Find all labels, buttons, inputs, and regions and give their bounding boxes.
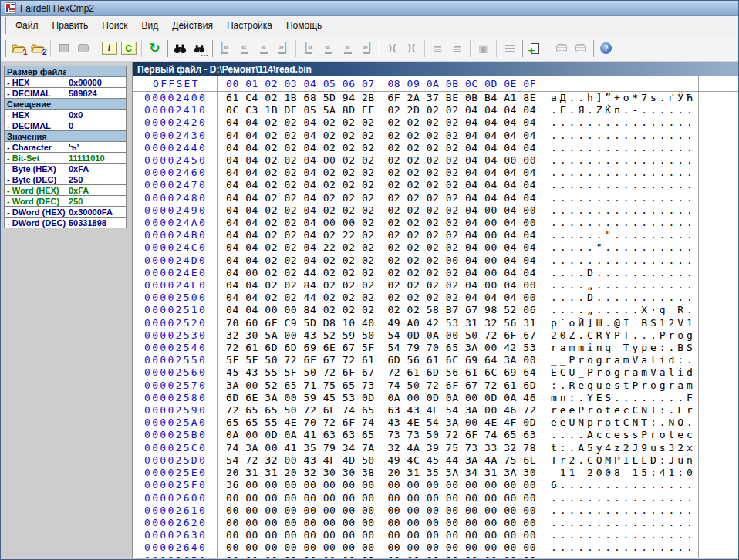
hex-row-ascii[interactable]: 6............... xyxy=(545,479,699,491)
hex-row-offset[interactable]: 00002490 xyxy=(133,204,218,217)
hex-row-ascii[interactable]: ................ xyxy=(545,504,699,517)
hex-row-bytes[interactable]: 04 04 00 00 84 02 02 02 02 02 58 B7 67 9… xyxy=(218,304,545,316)
hex-row-offset[interactable]: 00002540 xyxy=(133,342,218,354)
hex-row-bytes[interactable]: 04 04 02 02 84 02 02 02 02 02 02 02 04 0… xyxy=(218,279,545,292)
hex-row-offset[interactable]: 00002590 xyxy=(133,404,218,417)
hex-row-ascii[interactable]: ................ xyxy=(545,179,699,191)
hex-row-ascii[interactable]: eeUNprotCNT:.NO. xyxy=(545,417,699,429)
hex-row-ascii[interactable]: ......"......... xyxy=(545,229,699,241)
hex-row-bytes[interactable]: 04 04 02 02 04 02 22 02 02 02 02 02 04 0… xyxy=(218,229,545,241)
save-first-file-button[interactable] xyxy=(54,39,73,58)
first-equal-block-button[interactable]: |« xyxy=(299,39,319,58)
hex-row-offset[interactable]: 00002410 xyxy=(133,104,218,116)
menu-item-4[interactable]: Вид xyxy=(135,17,166,34)
hex-row-offset[interactable]: 000024D0 xyxy=(133,255,218,267)
hex-row-offset[interactable]: 000025C0 xyxy=(133,442,218,454)
save-second-file-button[interactable] xyxy=(73,39,93,58)
hex-row-ascii[interactable]: ................ xyxy=(545,555,699,558)
recompare-button[interactable]: ↻ xyxy=(145,39,164,58)
hex-row-ascii[interactable]: ECU_ProgramValid xyxy=(545,366,699,379)
menu-item-2[interactable]: Править xyxy=(46,17,96,34)
hex-row-ascii[interactable]: t:.A5y4z2J9us32x xyxy=(545,442,699,454)
hex-row-offset[interactable]: 00002650 xyxy=(133,555,218,558)
hex-row-bytes[interactable]: 72 61 6D 6D 69 6E 67 5F 54 79 70 65 3A 0… xyxy=(218,342,545,354)
hex-row-offset[interactable]: 00002510 xyxy=(133,304,218,316)
show-lines-button[interactable] xyxy=(500,39,519,58)
hex-row-bytes[interactable]: 04 00 02 02 44 02 02 02 02 02 02 02 04 0… xyxy=(218,267,545,279)
hex-row-offset[interactable]: 00002600 xyxy=(133,492,218,504)
hex-row-bytes[interactable]: 3A 00 52 65 71 75 65 73 74 50 72 6F 67 7… xyxy=(218,380,545,392)
next-equal-block-button[interactable]: » xyxy=(338,39,357,58)
toolbar-grip[interactable] xyxy=(167,40,168,57)
find-next-button[interactable]: ... xyxy=(190,39,209,58)
open-second-file-button[interactable]: 2 xyxy=(28,39,47,58)
hex-row-offset[interactable]: 00002580 xyxy=(133,392,218,404)
hex-row-bytes[interactable]: 54 72 32 00 43 4F 4D 50 49 4C 45 44 3A 4… xyxy=(218,454,545,467)
hex-row-bytes[interactable]: 04 04 02 02 04 00 02 02 02 02 02 02 04 0… xyxy=(218,154,545,167)
hex-row-bytes[interactable]: 70 60 6F C9 5D D8 10 40 49 A0 42 53 31 3… xyxy=(218,317,545,329)
toolbar-grip[interactable] xyxy=(592,40,594,57)
previous-equal-block-button[interactable]: « xyxy=(319,39,338,58)
toolbar-grip[interactable] xyxy=(379,40,380,57)
hex-row-ascii[interactable]: ramming_Type:.BS xyxy=(545,342,699,354)
menu-item-6[interactable]: Настройка xyxy=(220,17,279,34)
sync-cursors-right-button[interactable]: )( xyxy=(402,39,421,58)
hex-row-ascii[interactable]: ................ xyxy=(545,116,699,129)
hex-row-bytes[interactable]: 04 04 02 02 04 02 02 02 02 02 02 02 04 0… xyxy=(218,192,545,204)
menubar-grip[interactable] xyxy=(5,17,6,34)
find-button[interactable] xyxy=(170,39,190,58)
hex-row-ascii[interactable]: ................ xyxy=(545,492,699,504)
hex-row-bytes[interactable]: 00 00 00 00 00 00 00 00 00 00 00 00 00 0… xyxy=(218,517,545,529)
hex-row-offset[interactable]: 00002450 xyxy=(133,154,218,167)
add-file-button[interactable]: + xyxy=(525,39,545,58)
hex-row-offset[interactable]: 00002570 xyxy=(133,380,218,392)
hex-row-bytes[interactable]: 04 04 02 02 04 02 02 02 02 02 02 02 04 0… xyxy=(218,130,545,142)
hex-row-bytes[interactable]: 6D 6E 3A 00 59 45 53 0D 0A 00 0D 0A 00 0… xyxy=(218,392,545,404)
hex-row-offset[interactable]: 000024B0 xyxy=(133,229,218,241)
hex-row-bytes[interactable]: 72 65 65 50 72 6F 74 65 63 43 4E 54 3A 0… xyxy=(218,404,545,417)
previous-difference-button[interactable]: « xyxy=(235,39,254,58)
hex-row-offset[interactable]: 00002630 xyxy=(133,529,218,541)
hex-row-offset[interactable]: 000025D0 xyxy=(133,454,218,467)
toggle-info-panel-button[interactable]: i xyxy=(100,39,119,58)
menu-item-7[interactable]: Помощь xyxy=(279,17,329,34)
hex-row-bytes[interactable]: 5F 5F 50 72 6F 67 72 61 6D 56 61 6C 69 6… xyxy=(218,354,545,366)
hex-row-ascii[interactable]: :.RequestProgram xyxy=(545,380,699,392)
hex-row-offset[interactable]: 00002530 xyxy=(133,329,218,342)
hex-row-ascii[interactable]: ................ xyxy=(545,204,699,217)
hex-row-ascii[interactable]: mn:.YES........F xyxy=(545,392,699,404)
hex-row-offset[interactable]: 00002480 xyxy=(133,192,218,204)
hex-row-offset[interactable]: 000024E0 xyxy=(133,267,218,279)
hex-row-offset[interactable]: 00002620 xyxy=(133,517,218,529)
hex-row-bytes[interactable]: 04 04 02 02 04 02 02 02 02 02 02 02 04 0… xyxy=(218,142,545,154)
first-difference-button[interactable]: |« xyxy=(215,39,235,58)
hex-row-ascii[interactable]: reeProtecCNT:.Fr xyxy=(545,404,699,417)
hex-row-bytes[interactable]: 04 04 02 02 04 02 02 02 02 02 02 02 04 0… xyxy=(218,167,545,179)
hex-row-bytes[interactable]: 04 04 02 02 44 02 02 02 02 02 02 02 04 0… xyxy=(218,292,545,304)
hex-row-offset[interactable]: 00002610 xyxy=(133,504,218,517)
hex-row-bytes[interactable]: 0A 00 0D 0A 41 63 63 65 73 73 50 72 6F 7… xyxy=(218,429,545,441)
align-block-left-button[interactable]: ≡ xyxy=(428,39,447,58)
toolbar-grip[interactable] xyxy=(211,40,213,57)
hex-row-bytes[interactable]: 04 04 02 02 04 02 02 02 02 02 02 02 04 0… xyxy=(218,179,545,191)
hex-row-offset[interactable]: 00002420 xyxy=(133,116,218,129)
copy-block-right-button[interactable] xyxy=(571,39,590,58)
hex-row-ascii[interactable]: ....„.....X·g R. xyxy=(545,304,699,316)
hex-row-ascii[interactable]: ................ xyxy=(545,255,699,267)
hex-row-offset[interactable]: 00002640 xyxy=(133,541,218,554)
hex-row-offset[interactable]: 000025B0 xyxy=(133,429,218,441)
hex-row-ascii[interactable]: ................ xyxy=(545,541,699,554)
hex-row-bytes[interactable]: 00 00 00 00 00 00 00 00 00 00 00 00 00 0… xyxy=(218,504,545,517)
hex-row-ascii[interactable]: ................ xyxy=(545,217,699,229)
hex-row-bytes[interactable]: 00 00 00 00 00 00 00 00 00 00 00 00 00 0… xyxy=(218,555,545,558)
hex-row-bytes[interactable]: 36 00 00 00 00 00 00 00 00 00 00 00 00 0… xyxy=(218,479,545,491)
align-block-right-button[interactable]: ≡ xyxy=(447,39,467,58)
toolbar-grip[interactable] xyxy=(5,40,6,57)
hex-row-ascii[interactable]: ................ xyxy=(545,130,699,142)
hex-row-ascii[interactable]: ................ xyxy=(545,167,699,179)
hex-row-ascii[interactable]: p`oЙ]Ш.@I BS12V1 xyxy=(545,317,699,329)
last-difference-button[interactable]: »| xyxy=(273,39,292,58)
toolbar-grip[interactable] xyxy=(521,40,523,57)
hex-row-bytes[interactable]: 74 3A 00 41 35 79 34 7A 32 4A 39 75 73 3… xyxy=(218,442,545,454)
hex-row-ascii[interactable]: ................ xyxy=(545,517,699,529)
